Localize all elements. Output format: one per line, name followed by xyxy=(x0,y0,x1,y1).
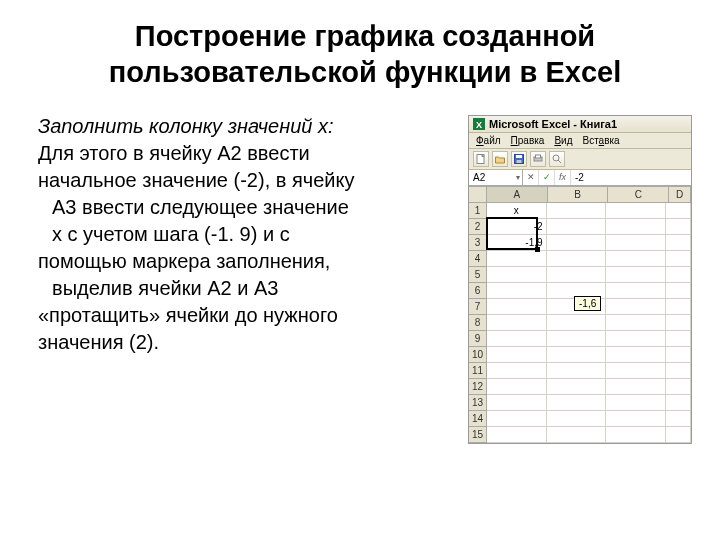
cell[interactable] xyxy=(487,331,547,347)
cell[interactable] xyxy=(666,203,691,219)
cell[interactable] xyxy=(487,283,547,299)
row-header[interactable]: 15 xyxy=(469,427,487,443)
cell[interactable] xyxy=(606,315,666,331)
row-header[interactable]: 6 xyxy=(469,283,487,299)
row-header[interactable]: 13 xyxy=(469,395,487,411)
cell[interactable] xyxy=(547,427,607,443)
cell[interactable] xyxy=(666,299,691,315)
row-header[interactable]: 10 xyxy=(469,347,487,363)
cell[interactable] xyxy=(606,411,666,427)
column-header-b[interactable]: B xyxy=(548,187,609,203)
cell[interactable] xyxy=(547,363,607,379)
cell[interactable] xyxy=(487,411,547,427)
cell[interactable] xyxy=(666,283,691,299)
body-text: Заполнить колонку значений x: Для этого … xyxy=(38,113,460,444)
excel-icon: X xyxy=(473,118,485,130)
confirm-icon[interactable]: ✓ xyxy=(539,170,555,185)
cell[interactable] xyxy=(666,347,691,363)
cell[interactable] xyxy=(666,315,691,331)
row-header[interactable]: 8 xyxy=(469,315,487,331)
cell[interactable] xyxy=(487,363,547,379)
row-header[interactable]: 7 xyxy=(469,299,487,315)
cell[interactable] xyxy=(606,219,666,235)
cell[interactable] xyxy=(606,347,666,363)
cell[interactable] xyxy=(487,395,547,411)
cell[interactable] xyxy=(547,267,607,283)
cell[interactable] xyxy=(547,219,607,235)
open-button[interactable] xyxy=(492,151,508,167)
cancel-icon[interactable]: ✕ xyxy=(523,170,539,185)
fill-tooltip: -1,6 xyxy=(574,296,601,311)
column-header-c[interactable]: C xyxy=(608,187,669,203)
column-header-d[interactable]: D xyxy=(669,187,691,203)
cell[interactable] xyxy=(606,235,666,251)
row-header[interactable]: 3 xyxy=(469,235,487,251)
cell[interactable]: -2 xyxy=(487,219,547,235)
cell[interactable] xyxy=(547,331,607,347)
cell[interactable] xyxy=(606,395,666,411)
row-header[interactable]: 14 xyxy=(469,411,487,427)
formula-value[interactable]: -2 xyxy=(571,172,584,183)
cell[interactable] xyxy=(487,379,547,395)
fill-handle[interactable] xyxy=(535,247,540,252)
spreadsheet[interactable]: A B C D 1x2-23-1,9456789101112131415 xyxy=(469,186,691,443)
name-box[interactable]: A2 ▾ xyxy=(469,170,523,185)
row-header[interactable]: 12 xyxy=(469,379,487,395)
select-all-corner[interactable] xyxy=(469,187,487,203)
cell[interactable] xyxy=(666,427,691,443)
cell[interactable] xyxy=(547,379,607,395)
row-header[interactable]: 9 xyxy=(469,331,487,347)
svg-line-9 xyxy=(558,160,561,163)
cell[interactable] xyxy=(547,411,607,427)
cell[interactable] xyxy=(547,395,607,411)
menu-edit[interactable]: Правка xyxy=(508,134,548,147)
cell[interactable] xyxy=(606,363,666,379)
menu-view[interactable]: Вид xyxy=(551,134,575,147)
cell[interactable] xyxy=(606,267,666,283)
new-button[interactable] xyxy=(473,151,489,167)
cell[interactable] xyxy=(666,363,691,379)
menu-insert[interactable]: Вставка xyxy=(579,134,622,147)
cell[interactable] xyxy=(666,235,691,251)
cell[interactable] xyxy=(666,395,691,411)
cell[interactable] xyxy=(666,411,691,427)
cell[interactable] xyxy=(606,379,666,395)
table-row: 4 xyxy=(469,251,691,267)
cell[interactable] xyxy=(606,251,666,267)
fx-button[interactable]: fx xyxy=(555,170,571,185)
cell[interactable] xyxy=(606,299,666,315)
cell[interactable] xyxy=(606,203,666,219)
row-header[interactable]: 2 xyxy=(469,219,487,235)
cell[interactable] xyxy=(487,427,547,443)
table-row: 11 xyxy=(469,363,691,379)
body-line: начальное значение (-2), в ячейку xyxy=(38,167,460,194)
toolbar-button[interactable] xyxy=(549,151,565,167)
cell[interactable] xyxy=(606,331,666,347)
row-header[interactable]: 1 xyxy=(469,203,487,219)
menu-file[interactable]: ФФайлайл xyxy=(473,134,504,147)
cell[interactable] xyxy=(666,219,691,235)
print-button[interactable] xyxy=(530,151,546,167)
cell[interactable] xyxy=(666,267,691,283)
cell[interactable] xyxy=(487,251,547,267)
column-header-a[interactable]: A xyxy=(487,187,548,203)
cell[interactable] xyxy=(547,235,607,251)
cell[interactable] xyxy=(547,347,607,363)
cell[interactable] xyxy=(606,283,666,299)
row-header[interactable]: 4 xyxy=(469,251,487,267)
cell[interactable] xyxy=(666,251,691,267)
cell[interactable] xyxy=(487,315,547,331)
cell[interactable] xyxy=(666,331,691,347)
save-button[interactable] xyxy=(511,151,527,167)
cell[interactable] xyxy=(547,251,607,267)
cell[interactable] xyxy=(487,347,547,363)
cell[interactable] xyxy=(547,203,607,219)
cell[interactable] xyxy=(666,379,691,395)
cell[interactable] xyxy=(547,315,607,331)
cell[interactable] xyxy=(487,299,547,315)
cell[interactable]: x xyxy=(487,203,547,219)
cell[interactable] xyxy=(606,427,666,443)
cell[interactable] xyxy=(487,267,547,283)
row-header[interactable]: 5 xyxy=(469,267,487,283)
row-header[interactable]: 11 xyxy=(469,363,487,379)
